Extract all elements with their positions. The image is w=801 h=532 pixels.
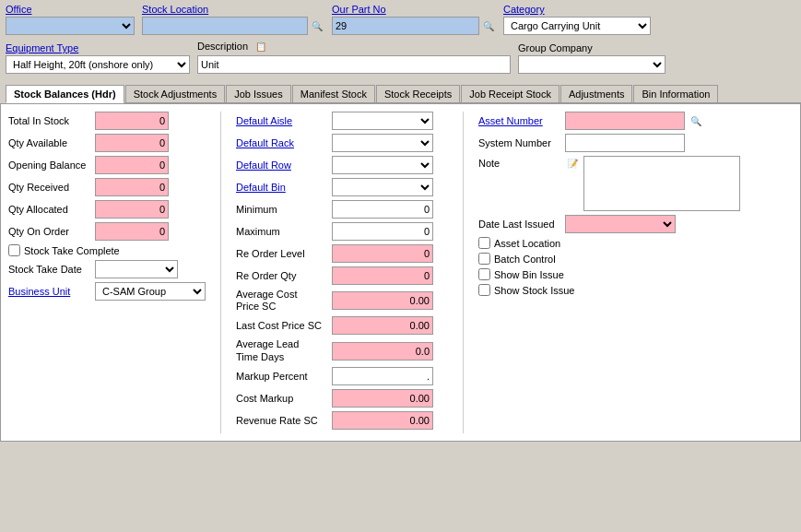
default-rack-label[interactable]: Default Rack (236, 137, 328, 148)
our-part-no-label[interactable]: Our Part No (332, 4, 496, 15)
default-rack-select[interactable] (332, 134, 433, 152)
default-aisle-select[interactable] (332, 112, 433, 130)
qty-allocated-label: Qty Allocated (8, 204, 91, 215)
equipment-type-label[interactable]: Equipment Type (6, 42, 190, 53)
stock-location-input[interactable] (142, 17, 308, 35)
avg-lead-time-input[interactable] (332, 342, 433, 361)
top-section: Office Stock Location 🔍 Our Part No 🔍 (0, 0, 801, 83)
default-bin-row: Default Bin (236, 178, 448, 196)
stock-take-complete-row: Stock Take Complete (8, 244, 206, 256)
total-in-stock-row: Total In Stock (8, 112, 206, 130)
batch-control-checkbox[interactable] (478, 253, 490, 265)
note-icon[interactable]: 📝 (565, 156, 580, 171)
divider-left-mid (220, 112, 221, 433)
category-label[interactable]: Category (503, 4, 651, 15)
show-stock-issue-label: Show Stock Issue (494, 285, 574, 296)
our-part-no-input[interactable] (332, 17, 479, 35)
tab-adjustments[interactable]: Adjustments (560, 85, 633, 102)
re-order-level-input[interactable] (332, 244, 433, 263)
default-rack-row: Default Rack (236, 134, 448, 152)
default-row-label[interactable]: Default Row (236, 160, 328, 171)
qty-allocated-row: Qty Allocated (8, 200, 206, 219)
office-select[interactable] (6, 17, 135, 35)
default-aisle-label[interactable]: Default Aisle (236, 115, 328, 126)
markup-percent-row: Markup Percent (236, 367, 448, 385)
date-last-issued-label: Date Last Issued (478, 219, 561, 230)
default-row-select[interactable] (332, 156, 433, 174)
total-in-stock-input[interactable] (95, 112, 169, 130)
note-row: Note 📝 (478, 156, 793, 211)
date-last-issued-select[interactable] (565, 215, 676, 233)
asset-number-label[interactable]: Asset Number (478, 115, 561, 126)
default-row-row: Default Row (236, 156, 448, 174)
minimum-row: Minimum (236, 200, 448, 219)
avg-cost-price-input[interactable] (332, 291, 433, 310)
revenue-rate-label: Revenue Rate SC (236, 415, 328, 426)
show-stock-issue-checkbox[interactable] (478, 284, 490, 296)
qty-received-input[interactable] (95, 178, 169, 196)
qty-on-order-label: Qty On Order (8, 226, 91, 237)
markup-percent-input[interactable] (332, 367, 433, 385)
system-number-row: System Number (478, 134, 793, 152)
category-select[interactable]: Cargo Carrying Unit (503, 17, 651, 35)
description-label: Description (197, 41, 248, 52)
maximum-input[interactable] (332, 222, 433, 241)
last-cost-price-label: Last Cost Price SC (236, 320, 328, 331)
asset-location-label: Asset Location (494, 238, 560, 249)
tab-stock-receipts[interactable]: Stock Receipts (376, 85, 460, 102)
qty-available-input[interactable] (95, 134, 169, 152)
show-bin-issue-checkbox[interactable] (478, 268, 490, 280)
tab-job-receipt-stock[interactable]: Job Receipt Stock (461, 85, 560, 102)
tab-bin-information[interactable]: Bin Information (633, 85, 718, 102)
opening-balance-input[interactable] (95, 156, 169, 174)
stock-location-label[interactable]: Stock Location (142, 4, 324, 15)
asset-number-input[interactable] (565, 112, 685, 130)
last-cost-price-input[interactable] (332, 316, 433, 335)
total-in-stock-label: Total In Stock (8, 115, 91, 126)
tab-stock-adjustments[interactable]: Stock Adjustments (125, 85, 226, 102)
business-unit-select[interactable]: C-SAM Group (95, 282, 206, 301)
cost-markup-row: Cost Markup (236, 389, 448, 408)
group-company-select[interactable] (518, 55, 666, 74)
avg-cost-price-label: Average CostPrice SC (236, 289, 328, 313)
revenue-rate-input[interactable] (332, 411, 433, 430)
asset-location-row: Asset Location (478, 237, 793, 249)
default-aisle-row: Default Aisle (236, 112, 448, 130)
default-bin-label[interactable]: Default Bin (236, 182, 328, 193)
description-input[interactable] (197, 55, 511, 74)
re-order-qty-label: Re Order Qty (236, 270, 328, 281)
office-field-group: Office (6, 4, 135, 35)
asset-number-search-icon[interactable]: 🔍 (689, 113, 703, 128)
system-number-input[interactable] (565, 134, 685, 152)
tab-stock-balances[interactable]: Stock Balances (Hdr) (6, 85, 124, 103)
stock-take-date-select[interactable] (95, 260, 178, 278)
cost-markup-input[interactable] (332, 389, 433, 408)
stock-take-complete-checkbox[interactable] (8, 244, 20, 256)
tabs-container: Stock Balances (Hdr) Stock Adjustments J… (0, 85, 801, 103)
qty-on-order-input[interactable] (95, 222, 169, 241)
opening-balance-label: Opening Balance (8, 160, 91, 171)
cost-markup-label: Cost Markup (236, 393, 328, 404)
description-field-group: Description 📋 (197, 39, 511, 74)
qty-allocated-input[interactable] (95, 200, 169, 219)
avg-lead-time-row: Average LeadTime Days (236, 338, 448, 362)
note-textarea[interactable] (583, 156, 740, 211)
tab-manifest-stock[interactable]: Manifest Stock (292, 85, 375, 102)
business-unit-label[interactable]: Business Unit (8, 286, 91, 297)
office-label[interactable]: Office (6, 4, 135, 15)
our-part-no-search-icon[interactable]: 🔍 (481, 18, 496, 33)
asset-location-checkbox[interactable] (478, 237, 490, 249)
tab-job-issues[interactable]: Job Issues (226, 85, 291, 102)
system-number-label: System Number (478, 137, 561, 148)
business-unit-row: Business Unit C-SAM Group (8, 282, 206, 301)
stock-take-date-row: Stock Take Date (8, 260, 206, 278)
description-icon[interactable]: 📋 (253, 39, 268, 53)
stock-location-search-icon[interactable]: 🔍 (310, 18, 324, 33)
re-order-qty-input[interactable] (332, 266, 433, 285)
equipment-type-select[interactable]: Half Height, 20ft (onshore only) (6, 55, 190, 74)
left-column: Total In Stock Qty Available Opening Bal… (8, 112, 206, 433)
default-bin-select[interactable] (332, 178, 433, 196)
minimum-input[interactable] (332, 200, 433, 219)
avg-lead-time-label: Average LeadTime Days (236, 338, 328, 362)
markup-percent-label: Markup Percent (236, 371, 328, 382)
